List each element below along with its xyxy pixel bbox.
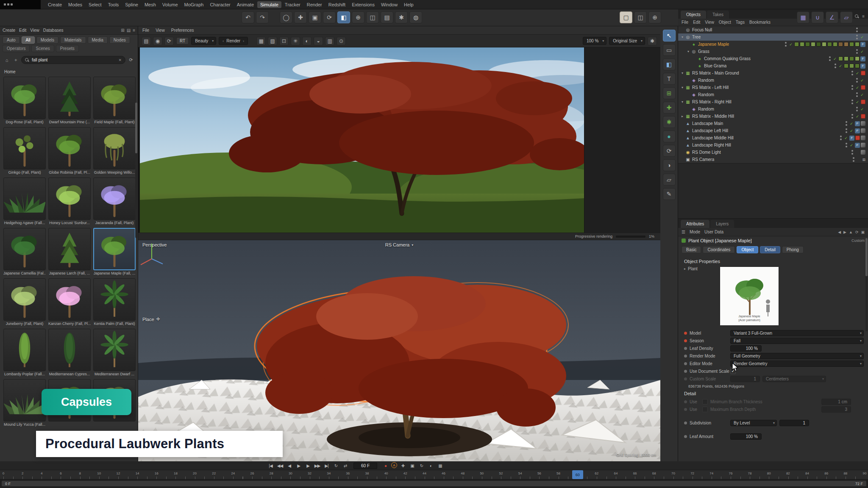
key-parameter-icon[interactable]: ◐ bbox=[427, 462, 434, 469]
material-tag[interactable] bbox=[833, 42, 837, 47]
enable-check-icon[interactable]: ✓ bbox=[855, 86, 860, 90]
plant-preview-thumbnail[interactable]: Japanese Maple (Acer palmatum) bbox=[720, 266, 779, 326]
autokey-icon[interactable]: A bbox=[391, 462, 397, 468]
save-image-icon[interactable]: ▤ bbox=[142, 37, 151, 45]
enable-check-icon[interactable]: ✓ bbox=[855, 114, 860, 119]
keyframe-dot-icon[interactable] bbox=[684, 347, 687, 350]
zoom-dropdown[interactable]: 100 % bbox=[583, 37, 606, 45]
value-field[interactable]: 1 bbox=[730, 376, 760, 382]
enable-check-icon[interactable]: ✓ bbox=[860, 35, 864, 39]
magnet-snap-icon[interactable]: ∪ bbox=[811, 11, 824, 23]
value-dropdown[interactable]: By Level bbox=[730, 420, 777, 426]
sphere-tool-icon[interactable]: ● bbox=[663, 130, 676, 142]
expand-arrow-icon[interactable]: ▾ bbox=[680, 100, 685, 104]
undo-icon[interactable]: ↶ bbox=[242, 11, 254, 23]
attribute-scrollbar[interactable] bbox=[865, 238, 868, 331]
goto-start-icon[interactable]: |◀ bbox=[267, 462, 274, 469]
object-row[interactable]: ▲Landscape Middle Hill✓F bbox=[678, 134, 868, 141]
axis-gizmo-icon[interactable] bbox=[138, 240, 165, 267]
material-tag[interactable] bbox=[855, 56, 860, 61]
camera-tag[interactable]: ⊞ bbox=[862, 158, 865, 162]
material-tag[interactable] bbox=[816, 42, 821, 47]
asset-item[interactable]: Japanese Larch (Fall, ... bbox=[48, 228, 91, 276]
keyframe-dot-icon[interactable] bbox=[684, 362, 687, 365]
f-tag[interactable]: F bbox=[860, 42, 865, 47]
move-tool-icon[interactable]: ✚ bbox=[294, 11, 307, 23]
object-row[interactable]: ◉RS Dome Light bbox=[678, 149, 868, 156]
keyframe-dot-icon[interactable] bbox=[684, 377, 687, 380]
asset-item[interactable]: Field Maple (Fall, Plant) bbox=[93, 77, 136, 125]
up-icon[interactable]: ▲ bbox=[849, 230, 853, 234]
redshift-material-tag[interactable] bbox=[861, 100, 865, 104]
object-row[interactable]: ♠Japanese Maple✓F bbox=[678, 41, 868, 48]
menu-create[interactable]: Create bbox=[45, 1, 65, 8]
aov-icon[interactable]: ▥ bbox=[325, 37, 334, 45]
filter-materials[interactable]: Materials bbox=[60, 36, 86, 44]
rt-toggle-button[interactable]: RT bbox=[176, 37, 189, 44]
enable-check-icon[interactable]: ✓ bbox=[860, 107, 864, 111]
assets-menu-create[interactable]: Create bbox=[3, 28, 15, 33]
assets-menu-databases[interactable]: Databases bbox=[43, 28, 64, 33]
visibility-dots-icon[interactable] bbox=[855, 28, 859, 32]
clay-render-icon[interactable]: ◒ bbox=[314, 37, 323, 45]
attr-menu-user-data[interactable]: User Data bbox=[704, 230, 723, 234]
object-row[interactable]: ▾▦RS Matrix - Left Hill✓ bbox=[678, 84, 868, 91]
object-menu-bookmarks[interactable]: Bookmarks bbox=[749, 20, 771, 25]
f-tag[interactable]: F bbox=[855, 121, 860, 126]
visibility-dots-icon[interactable] bbox=[839, 136, 843, 140]
goto-end-icon[interactable]: ▶| bbox=[323, 462, 330, 469]
visibility-dots-icon[interactable] bbox=[845, 128, 848, 133]
value-field[interactable]: 100 % bbox=[730, 345, 762, 352]
asset-item[interactable]: Mound Lily Yucca (Fall... bbox=[3, 379, 46, 427]
filter-auto[interactable]: Auto bbox=[3, 36, 20, 44]
value-field[interactable]: 1 bbox=[779, 420, 809, 426]
visibility-dots-icon[interactable] bbox=[855, 35, 859, 39]
value-dropdown[interactable]: Centimeters bbox=[762, 376, 826, 382]
viewport-cube-icon[interactable]: ◧ bbox=[663, 58, 676, 70]
enable-check-icon[interactable]: ✓ bbox=[833, 57, 837, 61]
history-tool-icon[interactable]: ⟳ bbox=[663, 145, 676, 157]
render-view-image[interactable] bbox=[138, 47, 660, 233]
pass-dropdown[interactable]: Beauty bbox=[191, 37, 216, 45]
keyframe-dot-icon[interactable] bbox=[684, 332, 687, 335]
restart-render-icon[interactable]: ⟳ bbox=[164, 37, 174, 45]
menu-help[interactable]: Help bbox=[401, 1, 417, 8]
value-dropdown[interactable]: Full Geometry bbox=[730, 353, 864, 359]
asset-item[interactable]: Japanese Camellia (Fal... bbox=[3, 228, 46, 276]
enable-check-icon[interactable]: ✓ bbox=[844, 136, 848, 140]
enable-check-icon[interactable]: ✓ bbox=[855, 100, 860, 104]
workplane-icon[interactable]: ▱ bbox=[840, 11, 853, 23]
object-row[interactable]: ▾◎Tree✓ bbox=[678, 33, 868, 41]
menu-spline[interactable]: Spline bbox=[122, 1, 141, 8]
visibility-dots-icon[interactable] bbox=[828, 56, 832, 61]
f-tag[interactable]: F bbox=[860, 64, 865, 69]
value-dropdown[interactable]: Variant 3 Full-Grown bbox=[730, 330, 864, 336]
material-tag[interactable] bbox=[794, 42, 799, 47]
world-icon[interactable]: ⊕ bbox=[648, 11, 661, 23]
home-icon[interactable]: ⌂ bbox=[3, 58, 10, 63]
loop-icon[interactable]: ↻ bbox=[332, 462, 339, 469]
refresh-icon[interactable]: ⟳ bbox=[128, 57, 134, 63]
stepper-right-icon[interactable]: › bbox=[243, 39, 244, 43]
value-field[interactable]: 1 cm bbox=[821, 399, 851, 405]
menu-mograph[interactable]: MoGraph bbox=[181, 1, 207, 8]
search-input[interactable]: fall plant ✕ bbox=[21, 56, 125, 64]
redshift-material-tag[interactable] bbox=[861, 71, 865, 75]
visibility-dots-icon[interactable] bbox=[852, 157, 855, 162]
f-tag[interactable]: F bbox=[849, 136, 854, 141]
shading-icon[interactable]: ◑ bbox=[663, 159, 676, 171]
visibility-dots-icon[interactable] bbox=[845, 143, 848, 147]
coordinate-system-icon[interactable]: ⊕ bbox=[352, 11, 364, 23]
add-folder-icon[interactable]: ＋ bbox=[12, 57, 19, 63]
f-tag[interactable]: F bbox=[860, 56, 865, 61]
texture-tag[interactable] bbox=[861, 150, 865, 155]
select-arrow-icon[interactable]: ↖ bbox=[663, 30, 676, 42]
compare-ab-icon[interactable]: ◐ bbox=[302, 37, 312, 45]
render-settings-icon[interactable]: ✱ bbox=[648, 37, 657, 45]
asset-item[interactable]: Dwarf Mountain Pine (... bbox=[48, 77, 91, 125]
object-row[interactable]: ▾◎Grass✓ bbox=[678, 48, 868, 55]
checkbox[interactable] bbox=[702, 407, 708, 412]
play-icon[interactable]: ▶ bbox=[295, 462, 302, 469]
key-pla-icon[interactable]: ▦ bbox=[437, 462, 444, 469]
ipr-icon[interactable]: ⊡ bbox=[279, 37, 289, 45]
